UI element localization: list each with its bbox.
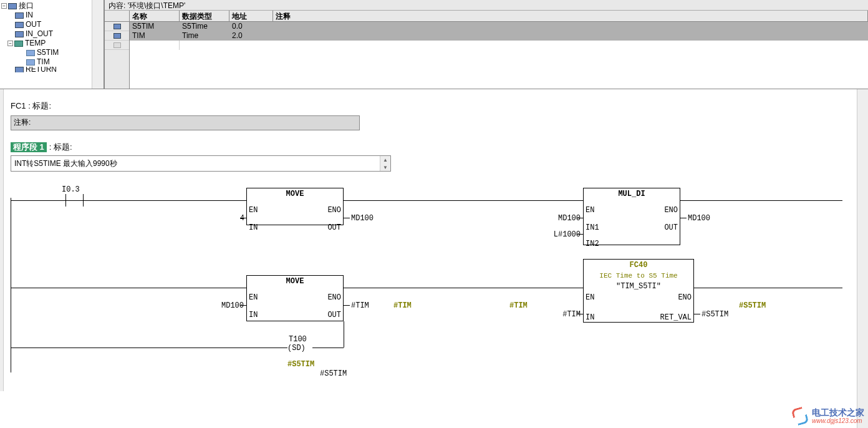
row-marker[interactable] <box>105 22 129 31</box>
folder-icon <box>15 12 24 19</box>
row-icon <box>113 24 121 29</box>
col-comment[interactable]: 注释 <box>273 11 868 21</box>
content-path-header: 内容: '环境\接口\TEMP' <box>105 0 868 11</box>
table-header: 名称 数据类型 地址 注释 <box>130 11 868 22</box>
fc-title[interactable]: FC1 : 标题: <box>11 100 868 112</box>
collapse-icon[interactable]: − <box>7 41 13 46</box>
display-value: #TIM <box>509 301 528 310</box>
wire <box>83 200 246 201</box>
folder-icon <box>15 67 24 72</box>
block-move[interactable]: MOVE EN ENO IN OUT <box>246 188 344 225</box>
io-value: MD100 <box>214 301 244 310</box>
var-icon <box>26 59 35 66</box>
collapse-icon[interactable]: − <box>1 3 7 9</box>
io-value: #TIM <box>557 310 581 319</box>
block-title: MUL_DI <box>584 188 680 200</box>
wire <box>344 218 350 218</box>
scrollbar-vertical[interactable] <box>857 89 868 428</box>
watermark: 电工技术之家 www.dgjs123.com <box>792 408 864 424</box>
wire <box>240 305 246 306</box>
io-value: #S5TIM <box>320 369 347 378</box>
block-name: FC40 <box>584 260 693 271</box>
wire <box>240 218 246 218</box>
segment-header[interactable]: 程序段 1 : 标题: <box>11 142 868 153</box>
tree-root-label: 接口 <box>19 1 34 11</box>
wire <box>11 200 65 201</box>
tree-root[interactable]: − 接口 <box>1 1 102 11</box>
top-panel: − 接口 IN OUT IN_OUT − <box>0 0 868 89</box>
timer-type: (SD) <box>287 344 306 353</box>
watermark-url: www.dgjs123.com <box>812 417 864 424</box>
row-marker-empty[interactable] <box>105 41 129 50</box>
io-value: MD100 <box>551 214 581 223</box>
tree-item-s5tim[interactable]: S5TIM <box>1 48 102 57</box>
scrollbar-vertical[interactable]: ▲▼ <box>380 156 390 171</box>
wire <box>344 305 350 306</box>
row-icon <box>113 33 121 39</box>
table-row[interactable]: S5TIM S5Time 0.0 <box>130 22 868 31</box>
io-value: MD100 <box>351 214 374 223</box>
ladder-diagram[interactable]: I0.3 MOVE EN ENO IN OUT 4 MD100 MUL_DI E… <box>11 179 846 391</box>
table-row[interactable]: TIM Time 2.0 <box>130 31 868 41</box>
io-value: L#1000 <box>544 230 581 239</box>
watermark-text: 电工技术之家 <box>812 408 864 417</box>
folder-icon <box>14 41 23 47</box>
wire <box>680 200 842 201</box>
fc-comment-box[interactable]: 注释: <box>11 115 360 130</box>
wire <box>344 321 344 348</box>
block-title: MOVE <box>247 276 343 287</box>
row-icon <box>113 42 121 48</box>
tree-panel: − 接口 IN OUT IN_OUT − <box>0 0 105 89</box>
tree-item-return[interactable]: RETURN <box>1 67 102 72</box>
tree-item-in[interactable]: IN <box>1 11 102 20</box>
wire <box>577 218 583 218</box>
col-addr[interactable]: 地址 <box>229 11 273 21</box>
block-desc: IEC Time to S5 Time <box>584 271 693 281</box>
wire <box>577 314 583 314</box>
block-title: MOVE <box>247 188 343 200</box>
segment-badge: 程序段 1 <box>11 142 47 152</box>
io-value: MD100 <box>688 214 710 223</box>
var-icon <box>26 50 35 56</box>
wire <box>65 200 83 201</box>
power-rail <box>11 198 11 372</box>
col-type[interactable]: 数据类型 <box>180 11 229 21</box>
wire <box>344 200 583 201</box>
segment-comment-input[interactable] <box>11 155 391 172</box>
wire <box>577 234 583 235</box>
display-value: #S5TIM <box>739 301 766 310</box>
display-value: #S5TIM <box>287 360 314 369</box>
comment-label: 注释: <box>14 117 31 129</box>
display-value: #TIM <box>393 301 412 310</box>
tree-item-tim[interactable]: TIM <box>1 57 102 67</box>
wire <box>11 288 246 288</box>
wire <box>312 348 344 348</box>
block-muldi[interactable]: MUL_DI EN ENO IN1 OUT IN2 <box>583 188 680 245</box>
table-row-empty[interactable] <box>130 41 868 50</box>
watermark-icon <box>792 408 808 424</box>
io-value: #TIM <box>351 301 369 310</box>
timer-name: T100 <box>289 335 307 344</box>
col-name[interactable]: 名称 <box>130 11 180 21</box>
ladder-editor: FC1 : 标题: 注释: 程序段 1 : 标题: ▲▼ I0.3 MOVE E… <box>0 89 868 391</box>
io-value: 4 <box>235 214 244 223</box>
wire <box>680 218 687 218</box>
row-marker[interactable] <box>105 31 129 41</box>
row-markers <box>105 11 130 89</box>
wire <box>694 314 700 314</box>
interface-icon <box>8 3 17 9</box>
block-inst: "TIM_S5TI" <box>584 281 693 292</box>
tree-item-inout[interactable]: IN_OUT <box>1 29 102 39</box>
segment-title-label: : 标题: <box>49 142 72 153</box>
declaration-panel: 内容: '环境\接口\TEMP' 名称 数据类型 地址 注释 S5TIM <box>105 0 868 89</box>
tree-item-out[interactable]: OUT <box>1 20 102 29</box>
contact-label: I0.3 <box>62 185 80 194</box>
tree-item-temp[interactable]: − TEMP <box>1 39 102 48</box>
folder-icon <box>15 22 24 28</box>
wire <box>344 288 583 288</box>
wire <box>11 348 287 348</box>
block-fc40[interactable]: FC40 IEC Time to S5 Time "TIM_S5TI" EN E… <box>583 259 694 323</box>
wire <box>694 288 842 288</box>
block-move[interactable]: MOVE EN ENO IN OUT <box>246 275 344 321</box>
io-value: #S5TIM <box>702 310 728 319</box>
